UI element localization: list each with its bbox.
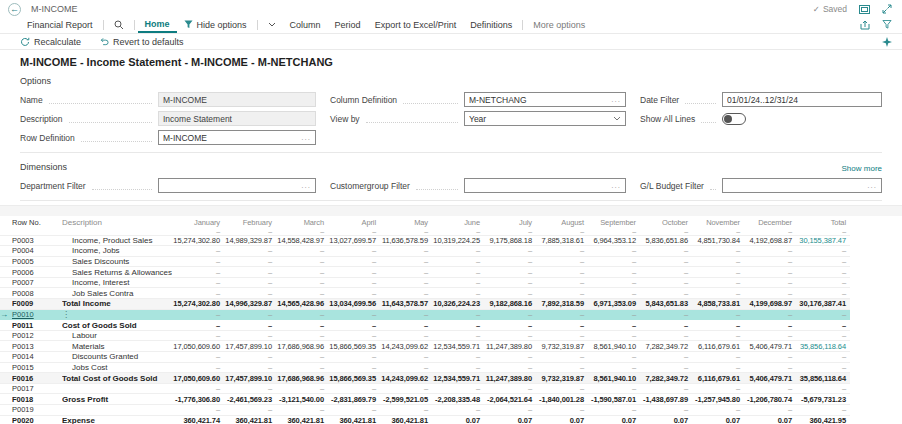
assist-edit-icon[interactable]: ... bbox=[611, 95, 621, 104]
cell-value[interactable]: 6,964,353.12 bbox=[588, 235, 640, 246]
column-header[interactable]: October bbox=[640, 216, 692, 229]
cell-total[interactable]: – bbox=[796, 246, 850, 257]
cell-value[interactable]: – bbox=[432, 320, 484, 331]
cell-value[interactable]: -2,599,521.05 bbox=[380, 394, 432, 405]
cell-value[interactable]: – bbox=[380, 309, 432, 320]
table-row[interactable]: P0017––––––––––––– bbox=[0, 383, 850, 394]
hide-options-dropdown[interactable] bbox=[261, 16, 283, 33]
cell-value[interactable]: – bbox=[588, 383, 640, 394]
cell-value[interactable]: – bbox=[224, 288, 276, 299]
cell-value[interactable]: 7,282,349.72 bbox=[640, 373, 692, 384]
cell-value[interactable]: 0.07 bbox=[640, 415, 692, 424]
cell-value[interactable]: – bbox=[276, 405, 328, 416]
cell-value[interactable]: 9,182,868.16 bbox=[484, 299, 536, 310]
cell-value[interactable]: 6,116,679.61 bbox=[692, 341, 744, 352]
cell-value[interactable]: – bbox=[276, 383, 328, 394]
cell-description[interactable]: Job Sales Contra bbox=[62, 288, 172, 299]
cell-value[interactable]: – bbox=[744, 277, 796, 288]
assist-edit-icon[interactable]: ... bbox=[867, 181, 877, 190]
cell-value[interactable]: – bbox=[432, 246, 484, 257]
cell-value[interactable]: – bbox=[640, 288, 692, 299]
cell-value[interactable]: 4,199,698.97 bbox=[744, 299, 796, 310]
cell-value[interactable]: – bbox=[172, 330, 224, 341]
cell-value[interactable]: -1,206,780.74 bbox=[744, 394, 796, 405]
assist-edit-icon[interactable]: ... bbox=[611, 181, 621, 190]
cell-row-no[interactable]: P0017 bbox=[12, 383, 62, 394]
cell-value[interactable]: – bbox=[744, 309, 796, 320]
column-header[interactable]: September bbox=[588, 216, 640, 229]
cell-value[interactable]: – bbox=[224, 383, 276, 394]
cell-value[interactable]: – bbox=[328, 320, 380, 331]
cell-value[interactable]: 11,247,389.80 bbox=[484, 373, 536, 384]
cell-description[interactable]: Income, Interest bbox=[62, 277, 172, 288]
table-row[interactable]: →P0010⋮––––––––––––– bbox=[0, 309, 850, 320]
recalculate-button[interactable]: Recalculate bbox=[20, 37, 81, 47]
column-header[interactable]: Total bbox=[796, 216, 850, 229]
cell-value[interactable]: – bbox=[640, 352, 692, 363]
cell-value[interactable]: – bbox=[640, 309, 692, 320]
cell-value[interactable]: – bbox=[224, 246, 276, 257]
show-all-lines-toggle[interactable] bbox=[722, 113, 746, 125]
table-row[interactable]: P0013Materials17,050,609.6017,457,899.10… bbox=[0, 341, 850, 352]
cell-value[interactable]: – bbox=[172, 352, 224, 363]
cell-description[interactable]: Materials bbox=[62, 341, 172, 352]
cell-value[interactable]: – bbox=[484, 288, 536, 299]
cell-value[interactable]: – bbox=[640, 277, 692, 288]
table-row[interactable]: P0014Discounts Granted––––––––––––– bbox=[0, 352, 850, 363]
cell-total[interactable]: -5,679,731.23 bbox=[796, 394, 850, 405]
column-header[interactable]: Row No. bbox=[12, 216, 62, 229]
cell-value[interactable]: – bbox=[328, 405, 380, 416]
cell-row-no[interactable]: P0019 bbox=[12, 405, 62, 416]
cell-value[interactable]: – bbox=[536, 352, 588, 363]
cell-value[interactable]: -3,121,540.00 bbox=[276, 394, 328, 405]
cell-value[interactable]: 5,406,479.71 bbox=[744, 373, 796, 384]
cell-value[interactable]: – bbox=[276, 267, 328, 278]
filter-pane-icon[interactable] bbox=[882, 20, 892, 29]
cell-value[interactable]: – bbox=[692, 320, 744, 331]
cell-total[interactable]: – bbox=[796, 352, 850, 363]
cell-value[interactable]: – bbox=[172, 256, 224, 267]
cell-value[interactable]: – bbox=[432, 267, 484, 278]
cell-description[interactable]: Labour bbox=[62, 330, 172, 341]
table-row[interactable]: P0019––––––––––––– bbox=[0, 405, 850, 416]
cell-value[interactable]: 4,858,733.81 bbox=[692, 299, 744, 310]
cell-value[interactable]: 5,406,479.71 bbox=[744, 341, 796, 352]
cell-value[interactable]: 9,732,319.87 bbox=[536, 373, 588, 384]
cell-value[interactable]: – bbox=[484, 256, 536, 267]
cell-value[interactable]: – bbox=[536, 246, 588, 257]
column-header[interactable]: August bbox=[536, 216, 588, 229]
cell-value[interactable]: 11,643,578.57 bbox=[380, 299, 432, 310]
cell-value[interactable]: – bbox=[536, 309, 588, 320]
cell-value[interactable]: 17,686,968.96 bbox=[276, 341, 328, 352]
cell-value[interactable]: 17,457,899.10 bbox=[224, 341, 276, 352]
assist-edit-icon[interactable]: ... bbox=[301, 181, 311, 190]
cell-row-no[interactable]: P0015 bbox=[12, 362, 62, 373]
cell-value[interactable]: – bbox=[172, 277, 224, 288]
cell-value[interactable]: -2,461,569.23 bbox=[224, 394, 276, 405]
cell-value[interactable]: 360,421.81 bbox=[328, 415, 380, 424]
cell-value[interactable]: – bbox=[224, 405, 276, 416]
cell-value[interactable]: 9,175,868.18 bbox=[484, 235, 536, 246]
cell-value[interactable]: 13,027,699.57 bbox=[328, 235, 380, 246]
cell-value[interactable]: – bbox=[744, 267, 796, 278]
table-row[interactable]: F0016Total Cost of Goods Sold17,050,609.… bbox=[0, 373, 850, 384]
cell-value[interactable]: 11,247,389.80 bbox=[484, 341, 536, 352]
cell-value[interactable]: – bbox=[588, 246, 640, 257]
focus-mode-icon[interactable] bbox=[859, 5, 870, 14]
cell-value[interactable]: – bbox=[224, 309, 276, 320]
cell-value[interactable]: – bbox=[744, 383, 796, 394]
cell-value[interactable]: – bbox=[692, 267, 744, 278]
cell-row-no[interactable]: P0014 bbox=[12, 352, 62, 363]
cell-value[interactable]: – bbox=[536, 330, 588, 341]
cell-value[interactable]: 360,421.81 bbox=[276, 415, 328, 424]
cell-value[interactable]: – bbox=[744, 330, 796, 341]
cell-value[interactable]: 17,050,609.60 bbox=[172, 341, 224, 352]
cell-value[interactable]: 8,561,940.10 bbox=[588, 341, 640, 352]
cell-value[interactable]: – bbox=[172, 246, 224, 257]
cell-row-no[interactable]: F0018 bbox=[12, 394, 62, 405]
cell-value[interactable]: – bbox=[640, 330, 692, 341]
cell-value[interactable]: – bbox=[588, 256, 640, 267]
cell-description[interactable]: Discounts Granted bbox=[62, 352, 172, 363]
cell-description[interactable]: Total Cost of Goods Sold bbox=[62, 373, 172, 384]
cell-value[interactable]: – bbox=[224, 352, 276, 363]
